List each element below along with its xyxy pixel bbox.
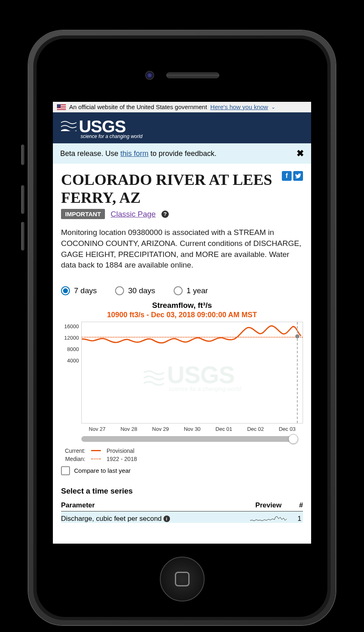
time-range-selector: 7 days 30 days 1 year (61, 286, 303, 295)
gov-banner-text: An official website of the United States… (69, 103, 207, 110)
chart-cursor-point (295, 334, 299, 338)
radio-label: 1 year (187, 286, 208, 295)
radio-label: 7 days (74, 286, 97, 295)
beta-banner: Beta release. Use this form to provide f… (53, 143, 311, 164)
chart-legend: Current: Provisional Median: 1922 - 2018 (61, 447, 303, 463)
facebook-share-button[interactable]: f (282, 171, 292, 181)
chart-title: Streamflow, ft³/s (61, 301, 303, 310)
logo-tagline: science for a changing world (81, 134, 142, 139)
twitter-share-button[interactable] (293, 171, 303, 181)
classic-page-link[interactable]: Classic Page (111, 210, 156, 219)
screen: An official website of the United States… (53, 102, 311, 544)
parameter-name: Discharge, cubic feet per second (61, 515, 162, 523)
timeseries-table-header: Parameter Preview # (61, 500, 303, 511)
beta-feedback-link[interactable]: this form (120, 149, 148, 158)
sparkline-preview (250, 515, 287, 523)
radio-7days[interactable]: 7 days (61, 286, 97, 295)
chart-current-value: 10900 ft3/s - Dec 03, 2018 09:00:00 AM M… (61, 311, 303, 319)
page-title: COLORADO RIVER AT LEES FERRY, AZ (61, 171, 278, 206)
beta-suffix: to provide feedback. (148, 149, 216, 158)
time-slider[interactable] (81, 436, 295, 442)
info-icon[interactable]: i (163, 516, 170, 522)
legend-swatch-provisional (91, 450, 101, 451)
beta-prefix: Beta release. Use (60, 149, 120, 158)
compare-label: Compare to last year (74, 467, 131, 474)
table-row[interactable]: Discharge, cubic feet per second i 1 (61, 511, 303, 523)
streamflow-chart: Streamflow, ft³/s 10900 ft3/s - Dec 03, … (61, 301, 303, 475)
phone-speaker (166, 72, 219, 78)
legend-swatch-median (91, 459, 101, 459)
usgs-wave-icon (61, 118, 76, 134)
svg-rect-1 (61, 131, 76, 134)
chart-y-axis: 16000 12000 8000 4000 (61, 322, 81, 424)
slider-handle[interactable] (288, 434, 298, 444)
chevron-down-icon: ⌄ (271, 104, 275, 110)
chart-plot-area[interactable]: USGS science for a changing world (81, 322, 303, 424)
radio-30days[interactable]: 30 days (115, 286, 155, 295)
phone-camera (145, 71, 154, 80)
home-button[interactable] (160, 557, 205, 601)
parameter-count: 1 (287, 515, 303, 523)
chart-x-axis: Nov 27 Nov 28 Nov 29 Nov 30 Dec 01 Dec 0… (81, 424, 303, 432)
close-icon[interactable]: ✖ (296, 148, 304, 159)
help-icon[interactable]: ? (161, 211, 169, 218)
site-header: USGS science for a changing world (53, 112, 311, 143)
radio-1year[interactable]: 1 year (174, 286, 208, 295)
location-description: Monitoring location 09380000 is associat… (61, 227, 303, 270)
usgs-logo[interactable]: USGS science for a changing world (61, 118, 303, 139)
timeseries-heading: Select a time series (61, 487, 303, 496)
gov-banner-link[interactable]: Here's how you know (210, 103, 268, 110)
streamflow-line (82, 322, 303, 423)
logo-text: USGS (79, 118, 142, 135)
radio-label: 30 days (128, 286, 155, 295)
gov-banner: An official website of the United States… (53, 102, 311, 112)
important-badge: IMPORTANT (61, 209, 105, 219)
us-flag-icon (57, 104, 66, 110)
compare-checkbox[interactable] (61, 466, 70, 475)
